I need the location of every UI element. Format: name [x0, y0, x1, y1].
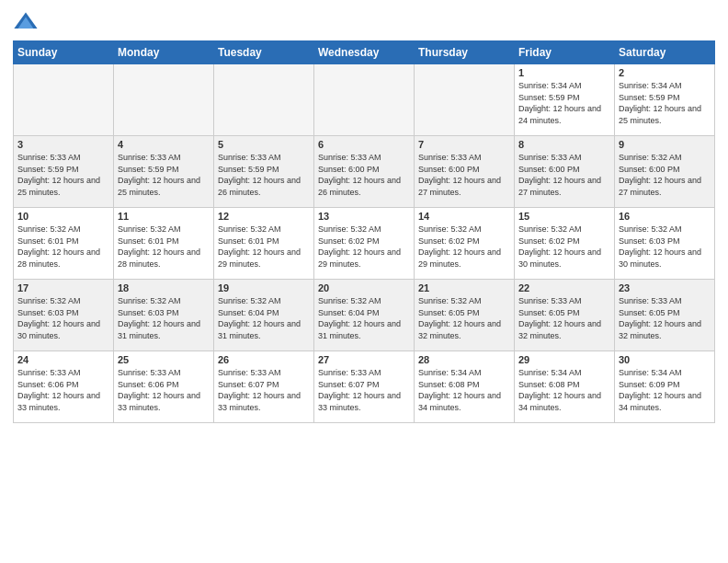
weekday-header: Thursday	[415, 41, 515, 64]
weekday-header: Wednesday	[314, 41, 415, 64]
day-info: Sunrise: 5:33 AM Sunset: 6:07 PM Dayligh…	[218, 367, 310, 413]
calendar-day: 4Sunrise: 5:33 AM Sunset: 5:59 PM Daylig…	[114, 136, 214, 208]
day-info: Sunrise: 5:33 AM Sunset: 6:06 PM Dayligh…	[118, 367, 210, 413]
day-number: 19	[218, 282, 310, 293]
calendar-body: 1Sunrise: 5:34 AM Sunset: 5:59 PM Daylig…	[14, 64, 715, 423]
calendar-day: 23Sunrise: 5:33 AM Sunset: 6:05 PM Dayli…	[615, 280, 715, 351]
day-number: 13	[318, 211, 410, 222]
calendar-day: 22Sunrise: 5:33 AM Sunset: 6:05 PM Dayli…	[515, 280, 615, 351]
day-number: 20	[318, 282, 410, 293]
day-info: Sunrise: 5:32 AM Sunset: 6:02 PM Dayligh…	[518, 224, 610, 270]
logo-icon	[13, 9, 39, 35]
calendar-week: 17Sunrise: 5:32 AM Sunset: 6:03 PM Dayli…	[14, 280, 715, 351]
calendar-day: 20Sunrise: 5:32 AM Sunset: 6:04 PM Dayli…	[314, 280, 415, 351]
day-number: 21	[418, 282, 510, 293]
day-number: 23	[619, 282, 711, 293]
calendar-day: 9Sunrise: 5:32 AM Sunset: 6:00 PM Daylig…	[615, 136, 715, 208]
calendar-day: 11Sunrise: 5:32 AM Sunset: 6:01 PM Dayli…	[114, 208, 214, 280]
day-number: 16	[619, 211, 711, 222]
calendar-day: 25Sunrise: 5:33 AM Sunset: 6:06 PM Dayli…	[114, 351, 214, 423]
calendar-week: 1Sunrise: 5:34 AM Sunset: 5:59 PM Daylig…	[14, 64, 715, 136]
calendar-day: 1Sunrise: 5:34 AM Sunset: 5:59 PM Daylig…	[515, 64, 615, 136]
calendar-day: 15Sunrise: 5:32 AM Sunset: 6:02 PM Dayli…	[515, 208, 615, 280]
day-info: Sunrise: 5:32 AM Sunset: 6:04 PM Dayligh…	[218, 295, 310, 341]
calendar-day	[114, 64, 214, 136]
calendar-day: 14Sunrise: 5:32 AM Sunset: 6:02 PM Dayli…	[415, 208, 515, 280]
calendar-day: 29Sunrise: 5:34 AM Sunset: 6:08 PM Dayli…	[515, 351, 615, 423]
calendar-day: 10Sunrise: 5:32 AM Sunset: 6:01 PM Dayli…	[14, 208, 114, 280]
day-info: Sunrise: 5:33 AM Sunset: 5:59 PM Dayligh…	[218, 152, 310, 198]
day-number: 26	[218, 354, 310, 365]
calendar-day: 6Sunrise: 5:33 AM Sunset: 6:00 PM Daylig…	[314, 136, 415, 208]
calendar-day: 13Sunrise: 5:32 AM Sunset: 6:02 PM Dayli…	[314, 208, 415, 280]
day-info: Sunrise: 5:32 AM Sunset: 6:01 PM Dayligh…	[17, 224, 109, 270]
weekday-header: Friday	[515, 41, 615, 64]
calendar-day: 5Sunrise: 5:33 AM Sunset: 5:59 PM Daylig…	[214, 136, 314, 208]
calendar-day	[14, 64, 114, 136]
day-number: 24	[17, 354, 109, 365]
day-info: Sunrise: 5:33 AM Sunset: 6:05 PM Dayligh…	[518, 295, 610, 341]
day-info: Sunrise: 5:34 AM Sunset: 6:09 PM Dayligh…	[619, 367, 711, 413]
calendar-day	[314, 64, 415, 136]
day-number: 8	[518, 139, 610, 150]
calendar-day: 28Sunrise: 5:34 AM Sunset: 6:08 PM Dayli…	[415, 351, 515, 423]
day-info: Sunrise: 5:33 AM Sunset: 6:00 PM Dayligh…	[418, 152, 510, 198]
day-info: Sunrise: 5:32 AM Sunset: 6:02 PM Dayligh…	[318, 224, 410, 270]
day-info: Sunrise: 5:32 AM Sunset: 6:04 PM Dayligh…	[318, 295, 410, 341]
day-info: Sunrise: 5:33 AM Sunset: 6:06 PM Dayligh…	[17, 367, 109, 413]
calendar-day: 16Sunrise: 5:32 AM Sunset: 6:03 PM Dayli…	[615, 208, 715, 280]
day-number: 3	[17, 139, 109, 150]
calendar-day: 26Sunrise: 5:33 AM Sunset: 6:07 PM Dayli…	[214, 351, 314, 423]
day-info: Sunrise: 5:32 AM Sunset: 6:03 PM Dayligh…	[17, 295, 109, 341]
header	[13, 9, 715, 35]
day-number: 7	[418, 139, 510, 150]
day-info: Sunrise: 5:32 AM Sunset: 6:00 PM Dayligh…	[619, 152, 711, 198]
calendar-day: 30Sunrise: 5:34 AM Sunset: 6:09 PM Dayli…	[615, 351, 715, 423]
calendar-table: SundayMondayTuesdayWednesdayThursdayFrid…	[13, 40, 715, 423]
day-info: Sunrise: 5:33 AM Sunset: 5:59 PM Dayligh…	[118, 152, 210, 198]
day-number: 2	[619, 67, 711, 78]
day-info: Sunrise: 5:34 AM Sunset: 6:08 PM Dayligh…	[418, 367, 510, 413]
calendar-day: 12Sunrise: 5:32 AM Sunset: 6:01 PM Dayli…	[214, 208, 314, 280]
weekday-row: SundayMondayTuesdayWednesdayThursdayFrid…	[14, 41, 715, 64]
day-info: Sunrise: 5:33 AM Sunset: 6:07 PM Dayligh…	[318, 367, 410, 413]
day-number: 17	[17, 282, 109, 293]
calendar-day: 27Sunrise: 5:33 AM Sunset: 6:07 PM Dayli…	[314, 351, 415, 423]
calendar-day: 8Sunrise: 5:33 AM Sunset: 6:00 PM Daylig…	[515, 136, 615, 208]
day-info: Sunrise: 5:33 AM Sunset: 5:59 PM Dayligh…	[17, 152, 109, 198]
day-number: 29	[518, 354, 610, 365]
page-container: SundayMondayTuesdayWednesdayThursdayFrid…	[0, 0, 728, 432]
day-info: Sunrise: 5:32 AM Sunset: 6:03 PM Dayligh…	[619, 224, 711, 270]
day-info: Sunrise: 5:32 AM Sunset: 6:01 PM Dayligh…	[118, 224, 210, 270]
calendar-day	[415, 64, 515, 136]
day-number: 30	[619, 354, 711, 365]
weekday-header: Sunday	[14, 41, 114, 64]
day-number: 15	[518, 211, 610, 222]
calendar-week: 3Sunrise: 5:33 AM Sunset: 5:59 PM Daylig…	[14, 136, 715, 208]
day-number: 6	[318, 139, 410, 150]
day-number: 28	[418, 354, 510, 365]
calendar-day: 3Sunrise: 5:33 AM Sunset: 5:59 PM Daylig…	[14, 136, 114, 208]
day-number: 5	[218, 139, 310, 150]
calendar-header: SundayMondayTuesdayWednesdayThursdayFrid…	[14, 41, 715, 64]
day-number: 1	[518, 67, 610, 78]
calendar-day: 24Sunrise: 5:33 AM Sunset: 6:06 PM Dayli…	[14, 351, 114, 423]
weekday-header: Saturday	[615, 41, 715, 64]
day-info: Sunrise: 5:32 AM Sunset: 6:01 PM Dayligh…	[218, 224, 310, 270]
calendar-week: 24Sunrise: 5:33 AM Sunset: 6:06 PM Dayli…	[14, 351, 715, 423]
day-number: 10	[17, 211, 109, 222]
day-number: 12	[218, 211, 310, 222]
day-number: 11	[118, 211, 210, 222]
day-info: Sunrise: 5:34 AM Sunset: 6:08 PM Dayligh…	[518, 367, 610, 413]
day-number: 14	[418, 211, 510, 222]
weekday-header: Tuesday	[214, 41, 314, 64]
day-info: Sunrise: 5:34 AM Sunset: 5:59 PM Dayligh…	[619, 80, 711, 126]
day-number: 22	[518, 282, 610, 293]
day-number: 27	[318, 354, 410, 365]
day-info: Sunrise: 5:33 AM Sunset: 6:05 PM Dayligh…	[619, 295, 711, 341]
calendar-week: 10Sunrise: 5:32 AM Sunset: 6:01 PM Dayli…	[14, 208, 715, 280]
calendar-day: 21Sunrise: 5:32 AM Sunset: 6:05 PM Dayli…	[415, 280, 515, 351]
day-info: Sunrise: 5:34 AM Sunset: 5:59 PM Dayligh…	[518, 80, 610, 126]
day-number: 4	[118, 139, 210, 150]
logo	[13, 9, 42, 35]
